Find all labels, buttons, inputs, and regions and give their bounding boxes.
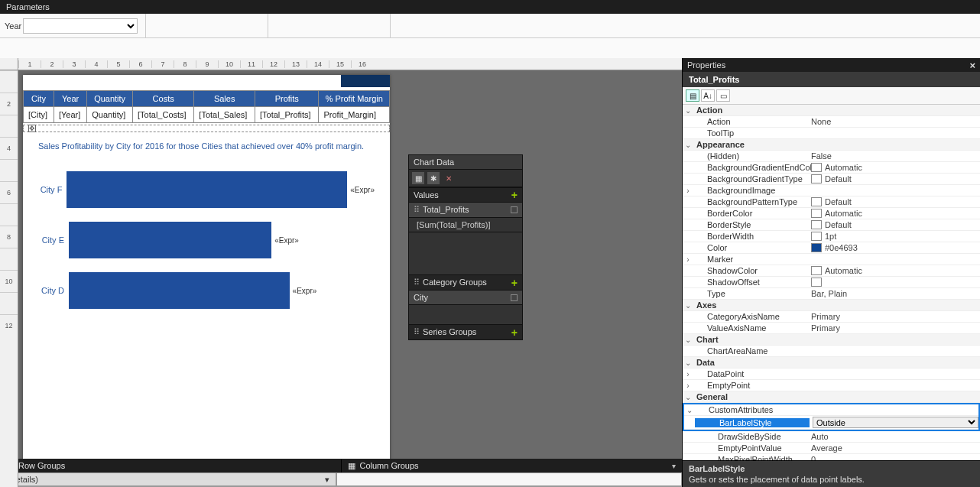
category-empty-area[interactable] <box>409 304 522 324</box>
column-header[interactable]: Sales <box>194 91 255 107</box>
property-row[interactable]: ShadowOffset <box>683 277 980 288</box>
property-value[interactable]: Average <box>808 443 980 453</box>
property-category[interactable]: ⌄Chart <box>683 334 980 346</box>
property-row[interactable]: BorderWidth1pt <box>683 231 980 242</box>
expand-icon[interactable]: › <box>683 255 693 264</box>
property-category[interactable]: ⌄Data <box>683 357 980 368</box>
property-row[interactable]: ValueAxisNamePrimary <box>683 323 980 334</box>
category-group-item[interactable]: City <box>409 290 522 304</box>
property-row[interactable]: ActionNone <box>683 116 980 128</box>
property-value[interactable]: Automatic <box>808 209 980 218</box>
chart-bar[interactable] <box>69 222 271 258</box>
chevron-down-icon[interactable]: ▾ <box>672 462 676 470</box>
property-value[interactable]: #0e4693 <box>808 243 980 252</box>
bar-chart[interactable]: City F«Expr»City E«Expr»City D«Expr» <box>23 155 390 334</box>
table-cell[interactable]: [City] <box>24 107 54 123</box>
column-header[interactable]: Costs <box>133 91 194 107</box>
property-category[interactable]: ⌄Appearance <box>683 139 980 151</box>
table-cell[interactable]: [Total_Profits] <box>255 107 319 123</box>
add-value-icon[interactable]: + <box>511 191 518 199</box>
property-value[interactable]: Automatic <box>808 266 980 275</box>
chart-data-delete-icon[interactable]: ✕ <box>443 172 455 184</box>
column-header[interactable]: Profits <box>255 91 319 107</box>
collapse-icon[interactable]: ⌄ <box>683 141 693 149</box>
chevron-down-icon[interactable]: ▾ <box>325 475 329 485</box>
property-row[interactable]: BackgroundPatternTypeDefault <box>683 196 980 208</box>
table-cell[interactable]: [Year] <box>54 107 86 123</box>
collapse-icon[interactable]: ⌄ <box>684 406 695 414</box>
property-row[interactable]: BarLabelStyleOutside <box>684 416 978 430</box>
chart-data-grid-icon[interactable]: ▦ <box>412 172 424 184</box>
property-row[interactable]: (Hidden)False <box>683 151 980 162</box>
property-row[interactable]: BorderColorAutomatic <box>683 208 980 219</box>
property-pages-icon[interactable]: ▭ <box>716 89 730 102</box>
property-row[interactable]: CategoryAxisNamePrimary <box>683 311 980 323</box>
chart-bar[interactable] <box>67 171 347 208</box>
column-header[interactable]: % Profit Margin <box>319 91 390 107</box>
property-row[interactable]: EmptyPointValueAverage <box>683 443 980 454</box>
expand-icon[interactable]: › <box>683 381 693 390</box>
tablix-resize-handle[interactable]: ✥ <box>23 125 390 132</box>
collapse-icon[interactable]: ⌄ <box>683 359 693 367</box>
expand-icon[interactable]: › <box>683 187 693 195</box>
property-row[interactable]: ToolTip <box>683 128 980 139</box>
column-group-empty[interactable] <box>336 472 682 486</box>
chart-bar-row[interactable]: City E«Expr» <box>69 218 375 262</box>
property-value[interactable]: False <box>808 151 980 161</box>
property-row[interactable]: ›Marker <box>683 254 980 265</box>
property-value[interactable]: Default <box>808 197 980 206</box>
chart-bar-row[interactable]: City D«Expr» <box>69 268 375 313</box>
property-value[interactable]: Bar, Plain <box>808 289 980 298</box>
property-value-select[interactable]: Outside <box>813 417 978 428</box>
table-cell[interactable]: [Total_Sales] <box>194 107 255 123</box>
property-value[interactable]: Automatic <box>808 163 980 172</box>
property-category[interactable]: ⌄General <box>683 391 980 403</box>
values-aggregate[interactable]: [Sum(Total_Profits)] <box>409 217 522 232</box>
add-category-icon[interactable]: + <box>511 279 518 287</box>
property-value[interactable] <box>808 278 980 287</box>
property-row[interactable]: BorderStyleDefault <box>683 219 980 231</box>
property-row[interactable]: ›EmptyPoint <box>683 380 980 391</box>
property-row[interactable]: ›DataPoint <box>683 368 980 380</box>
property-value[interactable]: Outside <box>810 417 978 428</box>
close-icon[interactable]: × <box>969 60 975 71</box>
collapse-icon[interactable]: ⌄ <box>683 336 693 344</box>
design-surface[interactable]: 12345678910111213141516 24681012 CityYea… <box>0 58 682 487</box>
alphabetical-view-icon[interactable]: A↓ <box>701 89 715 102</box>
expand-icon[interactable]: › <box>683 370 693 378</box>
property-row[interactable]: MaxPixelPointWidth0 <box>683 454 980 460</box>
property-category[interactable]: ⌄Action <box>683 105 980 116</box>
tablix[interactable]: CityYearQuantityCostsSalesProfits% Profi… <box>23 90 390 123</box>
column-header[interactable]: Quantity <box>87 91 133 107</box>
collapse-icon[interactable]: ⌄ <box>683 301 693 310</box>
chart-bar-row[interactable]: City F«Expr» <box>69 167 375 212</box>
add-series-icon[interactable]: + <box>511 329 518 336</box>
chart-data-gear-icon[interactable]: ✱ <box>427 172 440 184</box>
table-cell[interactable]: [Total_Costs] <box>133 107 194 123</box>
dropdown-icon[interactable] <box>511 206 518 213</box>
property-value[interactable]: Primary <box>808 323 980 333</box>
property-row[interactable]: BackgroundGradientEndColorAutomatic <box>683 162 980 174</box>
collapse-icon[interactable]: ⌄ <box>683 106 693 115</box>
property-value[interactable]: Primary <box>808 312 980 321</box>
property-value[interactable]: None <box>808 117 980 126</box>
table-cell[interactable]: Quantity] <box>87 107 133 123</box>
dropdown-icon[interactable] <box>511 294 518 301</box>
property-row[interactable]: ›BackgroundImage <box>683 185 980 196</box>
categorized-view-icon[interactable]: ▤ <box>686 89 699 102</box>
property-value[interactable]: Default <box>808 220 980 229</box>
values-empty-area[interactable] <box>409 232 522 274</box>
move-grip-icon[interactable]: ✥ <box>28 125 36 132</box>
property-row[interactable]: ⌄CustomAttributes <box>684 404 978 416</box>
chart-bar[interactable] <box>69 272 290 309</box>
property-value[interactable]: 0 <box>808 455 980 460</box>
property-value[interactable]: Default <box>808 174 980 183</box>
table-cell[interactable]: Profit_Margin] <box>319 107 390 123</box>
property-grid[interactable]: ⌄ActionActionNoneToolTip⌄Appearance(Hidd… <box>683 105 980 460</box>
column-header[interactable]: City <box>24 91 54 107</box>
property-row[interactable]: DrawSideBySideAuto <box>683 431 980 443</box>
report-body[interactable]: CityYearQuantityCostsSalesProfits% Profi… <box>23 75 390 487</box>
row-group-details[interactable]: (Details) ▾ <box>0 472 336 486</box>
property-value[interactable]: Auto <box>808 432 980 441</box>
property-value[interactable]: 1pt <box>808 232 980 241</box>
